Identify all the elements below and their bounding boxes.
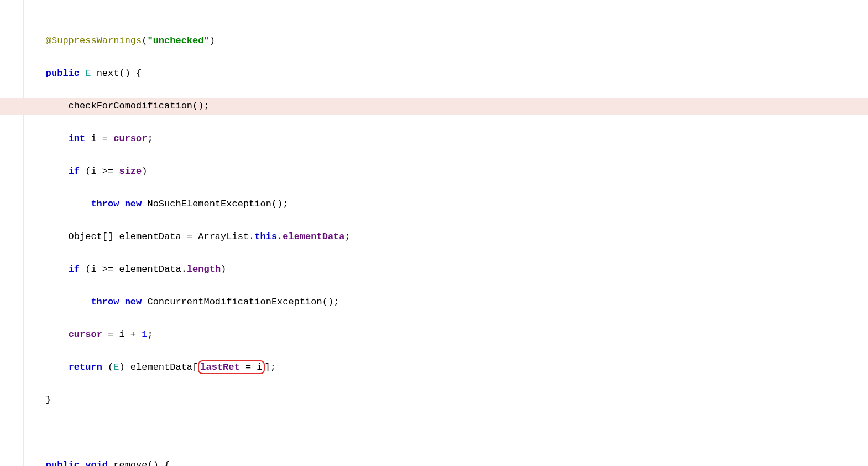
code-line [0,424,868,441]
annotation: @SuppressWarnings [46,35,142,46]
string-literal: "unchecked" [147,35,209,46]
code-line: Object[] elementData = ArrayList.this.el… [0,229,868,245]
code-line: throw new ConcurrentModificationExceptio… [0,294,868,310]
code-line-highlighted: checkForComodification(); [0,98,868,115]
code-block: @SuppressWarnings("unchecked") public E … [0,0,868,466]
code-line: if (i >= elementData.length) [0,261,868,278]
type-param: E [85,68,91,79]
code-line: } [0,392,868,408]
code-line: throw new NoSuchElementException(); [0,196,868,213]
code-line: @SuppressWarnings("unchecked") [0,33,868,49]
keyword: public [46,68,80,79]
annotation-box: lastRet = i [198,360,264,374]
code-line: return (E) elementData[lastRet = i]; [0,359,868,376]
code-line: cursor = i + 1; [0,327,868,343]
code-line: if (i >= size) [0,163,868,180]
code-line: public E next() { [0,65,868,82]
code-line: public void remove() { [0,457,868,466]
code-line: int i = cursor; [0,131,868,147]
